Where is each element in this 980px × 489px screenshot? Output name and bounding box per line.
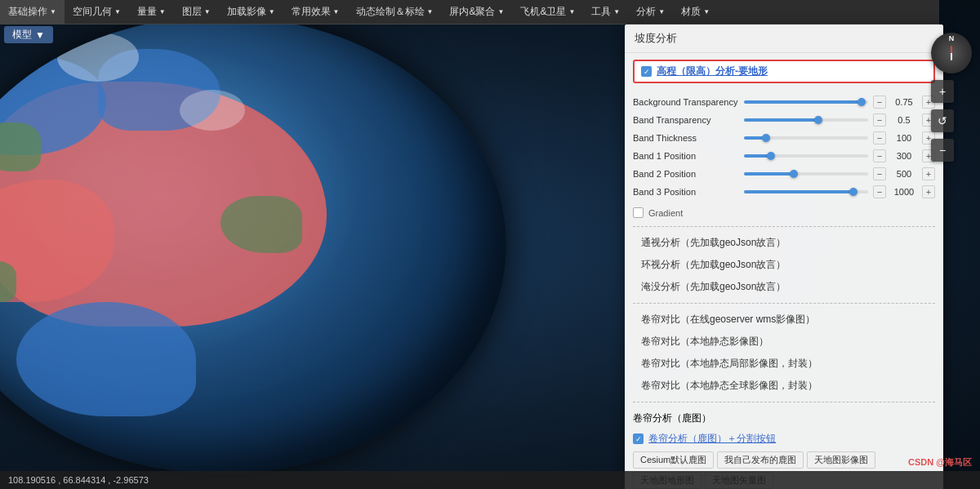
scroll-section-title: 卷帘分析（鹿图） [625, 407, 943, 429]
nav-material-arrow: ▼ [703, 8, 710, 16]
refresh-button[interactable]: ↺ [931, 109, 954, 132]
slider-minus-band-thickness[interactable]: − [873, 131, 886, 144]
nav-screen-arrow: ▼ [497, 8, 504, 16]
slider-controls-band1-position: − 300 + [873, 149, 935, 162]
highlight-row: ✓ 高程（限高）分析-要地形 [641, 64, 927, 78]
nav-spatial[interactable]: 空间几何 ▼ [65, 0, 129, 24]
model-arrow-icon: ▼ [35, 29, 45, 41]
slider-label-band2-position: Band 2 Position [633, 169, 739, 179]
csdn-badge: CSDN @海马区 [908, 456, 972, 469]
tab-cesium-default[interactable]: Cesium默认鹿图 [633, 451, 714, 469]
slider-track-band1-position[interactable] [744, 154, 868, 158]
slider-row-band-transparency: Band Transparency − 0.5 + [633, 111, 935, 129]
nav-tools-arrow: ▼ [613, 8, 620, 16]
refresh-icon: ↺ [938, 114, 947, 127]
slider-controls-band-thickness: − 100 + [873, 131, 935, 144]
gradient-checkbox[interactable] [633, 207, 644, 218]
scroll-item-1[interactable]: 卷帘对比（本地静态影像图） [625, 331, 943, 353]
nav-aircraft[interactable]: 飞机&卫星 ▼ [512, 0, 583, 24]
nav-draw[interactable]: 动态绘制＆标绘 ▼ [348, 0, 442, 24]
slider-row-band-thickness: Band Thickness − 100 + [633, 129, 935, 147]
nav-screen[interactable]: 屏内&聚合 ▼ [441, 0, 512, 24]
nav-layer[interactable]: 图层 ▼ [174, 0, 219, 24]
slider-track-band3-position[interactable] [744, 190, 868, 193]
nav-spatial-arrow: ▼ [114, 8, 121, 16]
menu-item-huanshi[interactable]: 环视分析（先加载geoJson故言） [625, 254, 943, 276]
scroll-item-0[interactable]: 卷帘对比（在线geoserver wms影像图） [625, 309, 943, 331]
slider-minus-band2-position[interactable]: − [873, 167, 886, 180]
nav-analysis[interactable]: 分析 ▼ [628, 0, 673, 24]
slider-value-band-transparency: 0.5 [888, 115, 920, 125]
zoom-out-button[interactable]: − [931, 139, 954, 162]
highlight-checkbox[interactable]: ✓ [641, 66, 652, 77]
slider-track-band-thickness[interactable] [744, 136, 868, 140]
slider-track-band2-position[interactable] [744, 172, 868, 176]
compass[interactable]: N [931, 33, 972, 73]
compass-n-label: N [949, 34, 955, 42]
slider-plus-band3-position[interactable]: + [922, 185, 935, 198]
right-icons-panel: N + ↺ − [931, 33, 972, 162]
nav-jichu[interactable]: 基础操作 ▼ [0, 0, 65, 24]
nav-effects[interactable]: 常用效果 ▼ [283, 0, 348, 24]
nav-load-image[interactable]: 加载影像 ▼ [219, 0, 283, 24]
panel-title: 坡度分析 [625, 24, 943, 53]
status-bar: 108.190516 , 66.844314 , -2.96573 [0, 471, 980, 489]
nav-effects-arrow: ▼ [333, 8, 340, 16]
slider-label-band-transparency: Band Transparency [633, 115, 739, 125]
slider-row-band2-position: Band 2 Position − 500 + [633, 165, 935, 183]
slider-track-bg-transparency[interactable] [744, 100, 868, 104]
slider-row-band1-position: Band 1 Position − 300 + [633, 147, 935, 165]
menu-item-tongshi[interactable]: 通视分析（先加载geoJson故言） [625, 232, 943, 254]
gradient-label: Gradient [648, 208, 683, 218]
scroll-item-2[interactable]: 卷帘对比（本地静态局部影像图，封装） [625, 353, 943, 375]
zoom-out-icon: − [939, 144, 946, 157]
slider-value-bg-transparency: 0.75 [888, 97, 920, 107]
nav-measure[interactable]: 量量 ▼ [129, 0, 174, 24]
nav-aircraft-arrow: ▼ [568, 8, 575, 16]
slider-value-band-thickness: 100 [888, 133, 920, 143]
nav-measure-arrow: ▼ [159, 8, 166, 16]
divider-3 [633, 402, 935, 402]
slider-value-band3-position: 1000 [888, 187, 920, 197]
scroll-link-label[interactable]: 卷帘分析（鹿图）＋分割按钮 [648, 432, 776, 446]
slider-label-bg-transparency: Background Transparency [633, 97, 739, 107]
top-nav: 基础操作 ▼ 空间几何 ▼ 量量 ▼ 图层 ▼ 加载影像 ▼ 常用效果 ▼ 动态… [0, 0, 939, 24]
slider-label-band-thickness: Band Thickness [633, 133, 739, 143]
slider-controls-bg-transparency: − 0.75 + [873, 96, 935, 109]
slider-row-bg-transparency: Background Transparency − 0.75 + [633, 93, 935, 111]
slider-controls-band3-position: − 1000 + [873, 185, 935, 198]
slider-track-band-transparency[interactable] [744, 118, 868, 122]
nav-jichu-arrow: ▼ [50, 8, 56, 16]
slider-controls-band2-position: − 500 + [873, 167, 935, 180]
slider-minus-bg-transparency[interactable]: − [873, 96, 886, 109]
compass-needle [951, 46, 952, 60]
menu-item-yanmo[interactable]: 淹没分析（先加载geoJson故言） [625, 276, 943, 298]
slider-controls-band-transparency: − 0.5 + [873, 113, 935, 127]
slider-minus-band3-position[interactable]: − [873, 185, 886, 198]
highlight-label[interactable]: 高程（限高）分析-要地形 [657, 64, 768, 78]
nav-tools[interactable]: 工具 ▼ [583, 0, 628, 24]
slider-section: Background Transparency − 0.75 + Band Tr… [625, 90, 943, 204]
divider-2 [633, 303, 935, 304]
model-button[interactable]: 模型 ▼ [4, 26, 53, 43]
highlight-section: ✓ 高程（限高）分析-要地形 [633, 60, 935, 83]
tab-my-publish[interactable]: 我自己发布的鹿图 [717, 451, 804, 469]
slider-minus-band-transparency[interactable]: − [873, 113, 886, 127]
zoom-in-button[interactable]: + [931, 80, 954, 103]
nav-analysis-arrow: ▼ [658, 8, 665, 16]
nav-material[interactable]: 材质 ▼ [673, 0, 718, 24]
scroll-item-3[interactable]: 卷帘对比（本地静态全球影像图，封装） [625, 375, 943, 397]
slider-row-band3-position: Band 3 Position − 1000 + [633, 183, 935, 201]
scroll-link-row: ✓ 卷帘分析（鹿图）＋分割按钮 [625, 429, 943, 448]
nav-layer-arrow: ▼ [204, 8, 211, 16]
divider-1 [633, 226, 935, 227]
slider-minus-band1-position[interactable]: − [873, 149, 886, 162]
tab-tianditu-image[interactable]: 天地图影像图 [807, 451, 875, 469]
gradient-row: Gradient [625, 204, 943, 221]
slider-value-band2-position: 500 [888, 169, 920, 179]
slider-label-band3-position: Band 3 Position [633, 187, 739, 197]
slider-plus-band2-position[interactable]: + [922, 167, 935, 180]
scroll-link-checkbox[interactable]: ✓ [633, 433, 644, 444]
nav-load-image-arrow: ▼ [269, 8, 275, 16]
zoom-in-icon: + [939, 85, 946, 98]
